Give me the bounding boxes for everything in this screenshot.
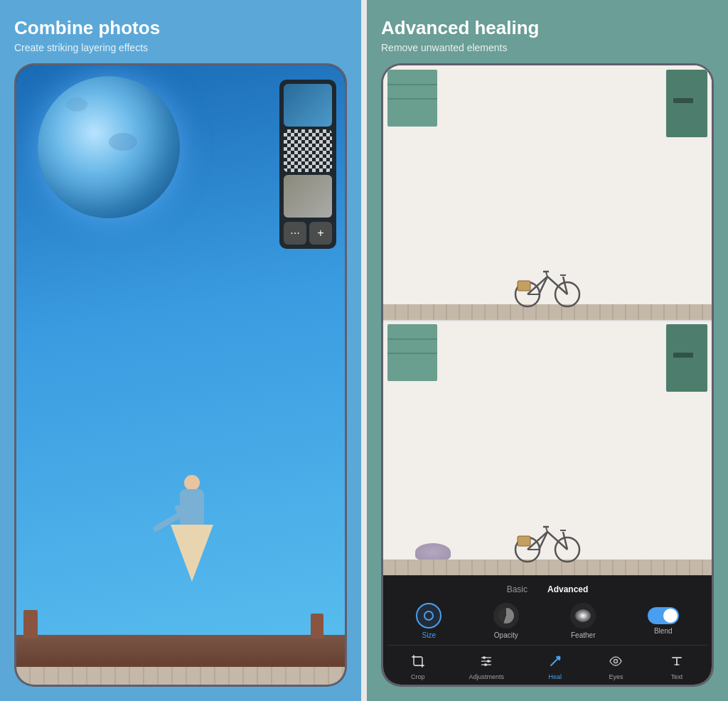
layer-thumb-person	[284, 129, 332, 172]
rooftop	[16, 635, 345, 685]
left-panel-title: Combine photos	[14, 17, 347, 39]
crop-icon	[408, 651, 428, 671]
shutter-panel	[387, 70, 437, 127]
opacity-circle	[498, 608, 514, 624]
eyes-tool[interactable]: Eyes	[606, 651, 626, 680]
person-skirt	[171, 525, 213, 582]
adjustments-tool[interactable]: Adjustments	[469, 651, 505, 680]
basic-mode-button[interactable]: Basic	[504, 583, 530, 596]
chimney-right	[311, 614, 323, 638]
svg-point-23	[483, 656, 486, 659]
shutters-bottom	[387, 324, 437, 381]
toolbar-mode-row: Basic Advanced	[387, 583, 707, 596]
opacity-label: Opacity	[494, 631, 518, 639]
blend-toggle[interactable]	[648, 607, 679, 624]
shutter-panel-bottom	[387, 324, 437, 381]
panel-divider	[361, 0, 367, 701]
svg-point-27	[484, 663, 487, 666]
add-icon: +	[317, 227, 323, 240]
right-phone-screen: Basic Advanced Size	[383, 65, 712, 685]
right-panel-subtitle: Remove unwanted elements	[381, 42, 714, 53]
adjustments-label: Adjustments	[469, 673, 505, 680]
advanced-mode-button[interactable]: Advanced	[545, 583, 591, 596]
svg-point-28	[557, 656, 560, 660]
door-top	[666, 70, 707, 137]
crop-label: Crop	[411, 673, 425, 680]
lavender-bush	[415, 543, 451, 561]
right-phone-mockup: Basic Advanced Size	[381, 63, 714, 687]
feather-control[interactable]: Feather	[570, 603, 596, 639]
text-label: Text	[671, 673, 683, 680]
person-head	[184, 475, 200, 491]
feather-label: Feather	[571, 631, 595, 639]
right-panel-title: Advanced healing	[381, 17, 714, 39]
blend-control[interactable]: Blend	[648, 607, 679, 635]
svg-rect-10	[518, 281, 530, 291]
size-icon	[416, 603, 441, 628]
size-label: Size	[422, 631, 436, 639]
left-panel-subtitle: Create striking layering effects	[14, 42, 347, 53]
adjustments-icon	[476, 651, 496, 671]
photo-toolbar: Basic Advanced Size	[383, 575, 712, 685]
svg-line-8	[546, 272, 547, 277]
eyes-icon	[606, 651, 626, 671]
size-control[interactable]: Size	[416, 603, 441, 639]
heal-label: Heal	[548, 673, 562, 680]
text-icon	[667, 651, 687, 671]
shutters-top	[387, 70, 437, 127]
more-dots-icon: ···	[290, 227, 299, 240]
chimney-left	[23, 610, 38, 638]
layer-thumb-city	[284, 175, 332, 218]
heal-icon	[545, 651, 565, 671]
person-figure	[164, 475, 220, 638]
moon-element	[38, 76, 180, 218]
cobblestone	[16, 667, 345, 685]
svg-point-25	[487, 660, 490, 663]
right-panel: Advanced healing Remove unwanted element…	[367, 0, 728, 701]
crop-tool[interactable]: Crop	[408, 651, 428, 680]
size-dot	[424, 611, 434, 621]
opacity-icon	[493, 603, 519, 628]
blend-label: Blend	[654, 627, 673, 635]
toolbar-controls-row: Size Opacity Feather	[387, 603, 707, 639]
left-panel: Combine photos Create striking layering …	[0, 0, 361, 701]
layer-thumb-moon	[284, 84, 332, 127]
svg-line-19	[546, 528, 547, 532]
left-phone-mockup: ··· +	[14, 63, 347, 687]
text-tool[interactable]: Text	[667, 651, 687, 680]
feather-icon	[570, 603, 596, 628]
bicycle-bottom	[512, 518, 583, 567]
layer-add-button[interactable]: +	[309, 222, 332, 245]
heal-tool[interactable]: Heal	[545, 651, 565, 680]
toolbar-bottom-row: Crop	[387, 645, 707, 680]
layer-panel: ··· +	[279, 80, 336, 249]
bicycle-top	[512, 262, 583, 311]
door-bottom	[666, 324, 707, 392]
svg-point-29	[614, 660, 618, 663]
left-phone-screen: ··· +	[16, 65, 345, 685]
eyes-label: Eyes	[609, 673, 623, 680]
opacity-control[interactable]: Opacity	[493, 603, 519, 639]
layer-actions: ··· +	[284, 222, 332, 245]
svg-rect-21	[518, 536, 530, 546]
feather-oval	[575, 609, 591, 622]
bike-photo-before	[383, 65, 712, 319]
layer-more-button[interactable]: ···	[284, 222, 306, 245]
bike-photo-after	[383, 320, 712, 575]
